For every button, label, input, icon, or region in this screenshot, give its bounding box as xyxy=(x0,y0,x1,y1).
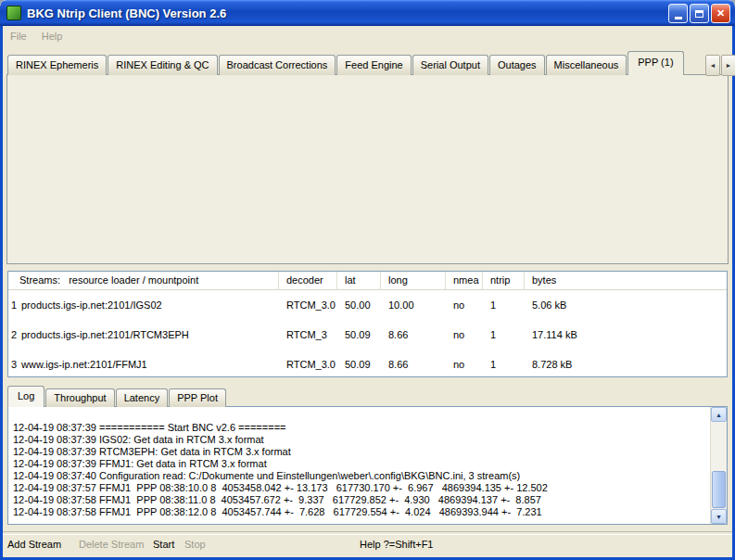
chevron-right-icon: ► xyxy=(726,62,732,69)
tab-ppp-plot[interactable]: PPP Plot xyxy=(169,388,226,407)
minimize-button[interactable] xyxy=(668,4,688,23)
cell-nmea: no xyxy=(446,359,483,370)
log-vertical-scrollbar[interactable]: ▲ ▼ xyxy=(710,407,727,524)
title-bar[interactable]: BKG Ntrip Client (BNC) Version 2.6 ✕ xyxy=(0,0,735,26)
cell-bytes: 17.114 kB xyxy=(525,329,727,340)
streams-header-lat: lat xyxy=(337,272,381,289)
arrow-down-icon: ▼ xyxy=(716,514,722,520)
tab-latency[interactable]: Latency xyxy=(116,388,169,407)
log-line: 12-04-19 08:37:58 FFMJ1 PPP 08:38:11.0 8… xyxy=(13,494,709,506)
streams-header-long: long xyxy=(381,272,446,289)
scroll-down-button[interactable]: ▼ xyxy=(711,509,727,524)
maximize-icon xyxy=(695,10,703,18)
tab-rinex-editing-qc[interactable]: RINEX Editing & QC xyxy=(108,55,217,75)
tab-throughput[interactable]: Throughput xyxy=(45,388,114,407)
minimize-icon xyxy=(675,8,682,19)
tab-log[interactable]: Log xyxy=(7,386,44,407)
streams-header-row: Streams: resource loader / mountpoint de… xyxy=(8,272,727,290)
tab-miscellaneous[interactable]: Miscellaneous xyxy=(546,55,627,75)
close-icon: ✕ xyxy=(716,7,725,19)
tab-ppp-1[interactable]: PPP (1) xyxy=(627,51,683,75)
tab-outages[interactable]: Outages xyxy=(489,55,545,75)
row-number: 3 xyxy=(8,359,19,370)
table-row[interactable]: 1 products.igs-ip.net:2101/IGS02 RTCM_3.… xyxy=(8,290,727,320)
cell-nmea: no xyxy=(446,299,483,311)
close-button[interactable]: ✕ xyxy=(711,4,730,23)
cell-ntrip: 1 xyxy=(483,329,525,340)
cell-nmea: no xyxy=(446,329,483,340)
chevron-left-icon: ◄ xyxy=(710,62,716,69)
help-hint: Help ?=Shift+F1 xyxy=(360,537,434,552)
log-line: 12-04-19 08:37:39 RTCM3EPH: Get data in … xyxy=(13,446,709,458)
bnc-window: BKG Ntrip Client (BNC) Version 2.6 ✕ Fil… xyxy=(0,0,735,560)
cell-lat: 50.09 xyxy=(337,329,381,340)
cell-decoder: RTCM_3.0 xyxy=(279,359,337,370)
log-line: 12-04-19 08:37:39 =========== Start BNC … xyxy=(13,422,709,434)
bottom-separator xyxy=(3,531,732,535)
log-line: 12-04-19 08:37:39 IGS02: Get data in RTC… xyxy=(13,434,709,446)
tab-rinex-ephemeris[interactable]: RINEX Ephemeris xyxy=(7,55,107,75)
stop-button[interactable]: Stop xyxy=(184,537,206,552)
streams-table: Streams: resource loader / mountpoint de… xyxy=(7,271,728,377)
scroll-up-button[interactable]: ▲ xyxy=(711,407,727,422)
top-tab-bar: RINEX Ephemeris RINEX Editing & QC Broad… xyxy=(7,52,685,75)
cell-ntrip: 1 xyxy=(483,359,525,370)
tab-scroll-arrows: ◄ ► xyxy=(704,55,735,76)
log-line: 12-04-19 08:37:40 Configuration read: C:… xyxy=(13,470,709,482)
maximize-button[interactable] xyxy=(690,4,709,23)
action-bar: Add Stream Delete Stream Start Stop Help… xyxy=(0,537,735,555)
streams-header-mountpoint: Streams: resource loader / mountpoint xyxy=(8,272,279,289)
log-lines: 12-04-19 08:37:39 =========== Start BNC … xyxy=(8,407,711,524)
streams-header-nmea: nmea xyxy=(446,272,483,289)
cell-decoder: RTCM_3 xyxy=(279,329,337,340)
cell-mountpoint: products.igs-ip.net:2101/IGS02 xyxy=(19,299,279,311)
menu-file[interactable]: File xyxy=(3,31,34,42)
start-button[interactable]: Start xyxy=(153,537,174,552)
cell-mountpoint: products.igs-ip.net:2101/RTCM3EPH xyxy=(19,329,279,340)
cell-decoder: RTCM_3.0 xyxy=(279,299,337,311)
app-icon xyxy=(6,6,21,20)
delete-stream-button[interactable]: Delete Stream xyxy=(79,537,144,552)
cell-long: 10.00 xyxy=(381,299,446,311)
streams-header-ntrip: ntrip xyxy=(483,272,525,289)
add-stream-button[interactable]: Add Stream xyxy=(7,537,61,552)
streams-header-decoder: decoder xyxy=(279,272,337,289)
menu-bar: File Help xyxy=(3,26,732,46)
cell-mountpoint: www.igs-ip.net:2101/FFMJ1 xyxy=(19,359,279,370)
cell-long: 8.66 xyxy=(381,329,446,340)
log-line: 12-04-19 08:37:57 FFMJ1 PPP 08:38:10.0 8… xyxy=(13,482,709,494)
tab-scroll-left-button[interactable]: ◄ xyxy=(705,55,720,76)
arrow-up-icon: ▲ xyxy=(716,412,722,418)
cell-ntrip: 1 xyxy=(483,299,525,311)
cell-lat: 50.00 xyxy=(337,299,381,311)
log-view[interactable]: 12-04-19 08:37:39 =========== Start BNC … xyxy=(7,406,728,525)
scrollbar-thumb[interactable] xyxy=(712,471,726,508)
window-title: BKG Ntrip Client (BNC) Version 2.6 xyxy=(27,6,226,20)
tab-scroll-right-button[interactable]: ► xyxy=(721,55,735,76)
ppp-panel xyxy=(6,74,729,264)
log-line: 12-04-19 08:37:39 FFMJ1: Get data in RTC… xyxy=(13,458,709,470)
table-row[interactable]: 3 www.igs-ip.net:2101/FFMJ1 RTCM_3.0 50.… xyxy=(8,350,727,379)
cell-bytes: 8.728 kB xyxy=(525,359,727,370)
cell-long: 8.66 xyxy=(381,359,446,370)
log-line: 12-04-19 08:37:58 FFMJ1 PPP 08:38:12.0 8… xyxy=(13,506,709,518)
cell-lat: 50.09 xyxy=(337,359,381,370)
tab-feed-engine[interactable]: Feed Engine xyxy=(336,55,411,75)
row-number: 2 xyxy=(8,329,19,340)
window-border-left xyxy=(0,26,3,557)
row-number: 1 xyxy=(8,299,19,311)
cell-bytes: 5.06 kB xyxy=(525,299,727,311)
table-row[interactable]: 2 products.igs-ip.net:2101/RTCM3EPH RTCM… xyxy=(8,320,727,350)
streams-header-bytes: bytes xyxy=(525,272,727,289)
menu-help[interactable]: Help xyxy=(34,31,70,42)
tab-serial-output[interactable]: Serial Output xyxy=(412,55,488,75)
bottom-tab-bar: Log Throughput Latency PPP Plot xyxy=(7,387,227,407)
tab-broadcast-corrections[interactable]: Broadcast Corrections xyxy=(219,55,336,75)
